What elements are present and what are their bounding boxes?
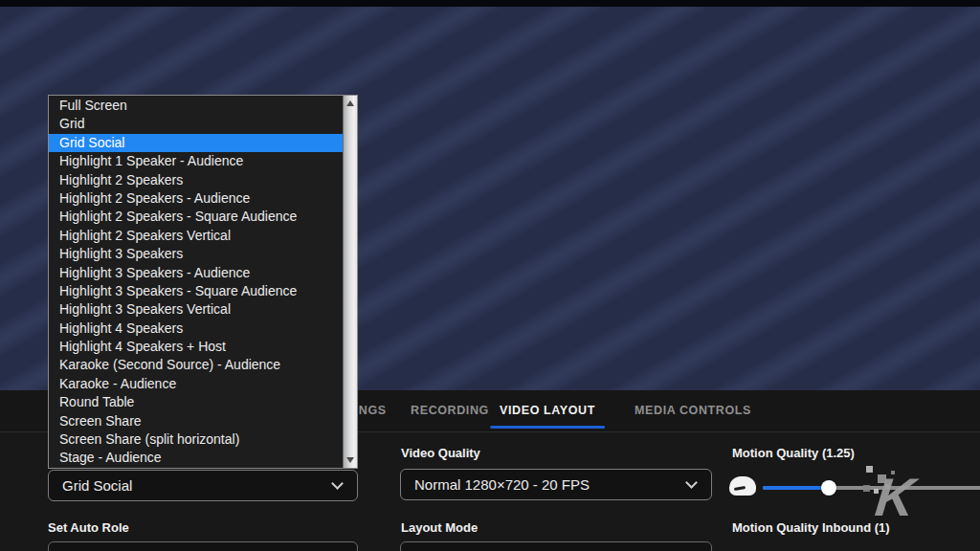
chevron-down-icon (331, 477, 344, 490)
listbox-option[interactable]: Highlight 3 Speakers - Audience (49, 264, 343, 282)
listbox-option[interactable]: Highlight 1 Speaker - Audience (49, 152, 343, 170)
listbox-option[interactable]: Highlight 3 Speakers (49, 245, 343, 263)
listbox-option[interactable]: Highlight 3 Speakers Vertical (49, 300, 343, 319)
layout-listbox-rows: Full ScreenGridGrid SocialHighlight 1 Sp… (49, 96, 343, 468)
tab-media-controls[interactable]: MEDIA CONTROLS (635, 404, 751, 417)
chevron-down-icon (685, 476, 698, 489)
set-auto-role-select[interactable] (48, 541, 358, 551)
layout-mode-label: Layout Mode (401, 520, 478, 535)
listbox-option[interactable]: Highlight 2 Speakers Vertical (49, 227, 343, 245)
video-quality-value: Normal 1280×720 - 20 FPS (414, 476, 590, 493)
tab-recording[interactable]: RECORDING (411, 404, 489, 417)
listbox-option[interactable]: Full Screen (49, 97, 343, 115)
listbox-option[interactable]: Highlight 2 Speakers - Audience (49, 189, 343, 208)
layout-mode-select[interactable] (400, 541, 712, 551)
slider-thumb[interactable] (821, 480, 836, 496)
listbox-option[interactable]: Screen Share (split horizontal) (49, 430, 343, 449)
listbox-option[interactable]: Highlight 2 Speakers (49, 171, 343, 189)
motion-quality-slider[interactable] (763, 480, 980, 496)
app-window: SETTINGSRECORDINGVIDEO LAYOUTMEDIA CONTR… (0, 0, 980, 551)
listbox-option[interactable]: Highlight 2 Speakers - Square Audience (49, 208, 343, 226)
listbox-option[interactable]: Highlight 4 Speakers (49, 320, 343, 338)
window-top-edge (0, 0, 980, 7)
turtle-icon (729, 476, 756, 496)
slider-fill (763, 486, 829, 490)
listbox-scrollbar[interactable] (343, 96, 357, 468)
listbox-option[interactable]: Karaoke - Audience (49, 375, 343, 393)
listbox-option[interactable]: Grid Social (49, 134, 343, 152)
listbox-option[interactable]: Round Table (49, 393, 343, 411)
listbox-option[interactable]: Karaoke (Second Source) - Audience (49, 356, 343, 374)
set-auto-role-label: Set Auto Role (48, 520, 129, 535)
listbox-option[interactable]: Grid (49, 115, 343, 133)
tab-video-layout[interactable]: VIDEO LAYOUT (500, 404, 595, 417)
motion-quality-label: Motion Quality (1.25) (732, 446, 855, 460)
layout-listbox: Full ScreenGridGrid SocialHighlight 1 Sp… (48, 95, 358, 469)
listbox-option[interactable]: Highlight 3 Speakers - Square Audience (49, 282, 343, 300)
layout-select[interactable]: Grid Social (48, 470, 358, 501)
video-quality-label: Video Quality (401, 446, 480, 460)
motion-quality-inbound-label: Motion Quality Inbound (1) (732, 520, 890, 535)
listbox-option[interactable]: Highlight 4 Speakers + Host (49, 338, 343, 356)
listbox-option[interactable]: Screen Share (49, 412, 343, 430)
listbox-option[interactable]: Stage - Audience (49, 449, 343, 467)
up-arrow-icon[interactable] (346, 100, 354, 106)
layout-select-value: Grid Social (62, 477, 132, 494)
video-quality-select[interactable]: Normal 1280×720 - 20 FPS (400, 469, 712, 500)
down-arrow-icon[interactable] (346, 457, 354, 463)
